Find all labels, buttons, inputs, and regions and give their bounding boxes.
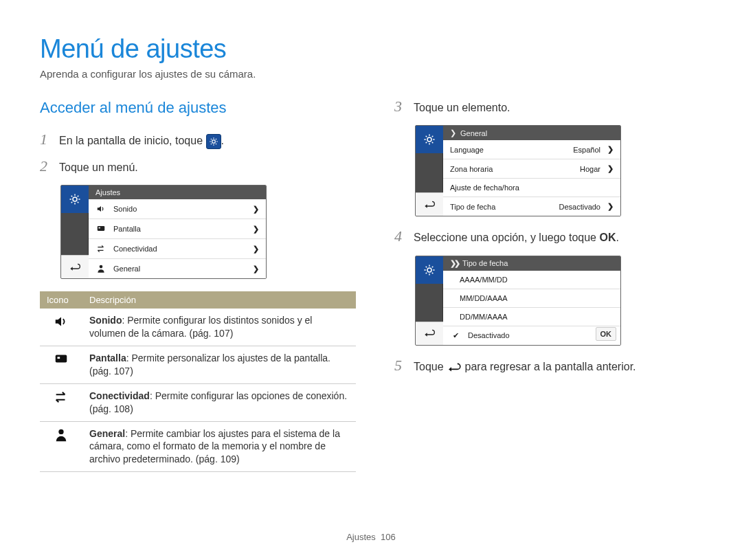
- option-aaaa-mm-dd[interactable]: AAAA/MM/DD: [443, 271, 620, 289]
- step-4: 4 Seleccione una opción, y luego toque O…: [394, 229, 702, 245]
- back-arrow-icon: [447, 360, 462, 375]
- page-subtitle: Aprenda a configurar los ajustes de su c…: [40, 68, 702, 80]
- back-icon[interactable]: [61, 255, 89, 278]
- screen-header: ❯ General: [443, 126, 620, 140]
- setting-item-tipo-de-fecha[interactable]: Tipo de fecha Desactivado ❯: [443, 197, 620, 216]
- back-icon[interactable]: [416, 322, 443, 345]
- menu-item-sonido[interactable]: Sonido ❯: [89, 199, 266, 219]
- setting-value: Desactivado: [559, 203, 600, 211]
- step-3-text: Toque un elemento.: [414, 99, 510, 115]
- step-3: 3 Toque un elemento.: [394, 99, 702, 115]
- menu-item-label: Sonido: [113, 205, 246, 213]
- step-2-text: Toque un menú.: [59, 159, 138, 175]
- footer-section: Ajustes: [346, 532, 376, 542]
- table-row: Pantalla: Permite personalizar los ajust…: [40, 346, 356, 383]
- menu-item-pantalla[interactable]: Pantalla ❯: [89, 219, 266, 239]
- chevron-right-icon: ❯: [450, 128, 456, 137]
- option-label: MM/DD/AAAA: [450, 294, 614, 302]
- setting-label: Zona horaria: [450, 165, 573, 173]
- row-title: General: [89, 428, 125, 439]
- setting-label: Ajuste de fecha/hora: [450, 183, 614, 192]
- page-footer: Ajustes 106: [0, 532, 742, 542]
- gear-icon: [206, 134, 221, 149]
- setting-value: Español: [573, 146, 600, 154]
- table-row: Conectividad: Permite configurar las opc…: [40, 383, 356, 421]
- check-icon: ✔: [450, 331, 461, 340]
- menu-item-label: Pantalla: [113, 225, 246, 233]
- setting-item-ajuste-fecha-hora[interactable]: Ajuste de fecha/hora: [443, 179, 620, 197]
- menu-item-general[interactable]: General ❯: [89, 259, 266, 278]
- person-icon: [40, 421, 82, 472]
- screen-header-label: General: [460, 129, 487, 137]
- speaker-icon: [40, 309, 82, 346]
- double-chevron-right-icon: ❯❯: [450, 259, 458, 268]
- option-label: AAAA/MM/DD: [450, 276, 614, 284]
- ok-button[interactable]: OK: [596, 327, 617, 341]
- icon-description-table: Icono Descripción Sonido: Permite config…: [40, 291, 356, 472]
- chevron-right-icon: ❯: [607, 202, 614, 211]
- speaker-icon: [95, 204, 106, 214]
- ok-icon: OK: [599, 232, 616, 243]
- screen-ajustes: Ajustes Sonido ❯ Pantalla ❯ Conectividad…: [60, 185, 267, 279]
- step-1-text: En la pantalla de inicio, toque: [59, 135, 203, 146]
- setting-value: Hogar: [580, 165, 600, 173]
- row-title: Sonido: [89, 315, 122, 326]
- display-icon: [40, 346, 82, 383]
- step-4-after: .: [616, 232, 618, 243]
- gear-icon[interactable]: [416, 126, 443, 153]
- option-mm-dd-aaaa[interactable]: MM/DD/AAAA: [443, 289, 620, 308]
- menu-item-conectividad[interactable]: Conectividad ❯: [89, 239, 266, 259]
- step-5: 5 Toque para regresar a la pantalla ante…: [394, 358, 702, 375]
- chevron-right-icon: ❯: [607, 145, 614, 154]
- step-1-after: .: [221, 135, 224, 146]
- chevron-right-icon: ❯: [253, 265, 259, 273]
- table-header-descripcion: Descripción: [82, 291, 356, 309]
- footer-page-number: 106: [381, 532, 396, 542]
- gear-icon[interactable]: [61, 186, 89, 213]
- back-icon[interactable]: [416, 192, 443, 216]
- table-header-icono: Icono: [40, 291, 82, 309]
- chevron-right-icon: ❯: [607, 164, 614, 173]
- step-2: 2 Toque un menú.: [40, 159, 356, 175]
- display-icon: [95, 224, 106, 234]
- gear-icon[interactable]: [416, 256, 443, 284]
- table-row: Sonido: Permite configurar los distintos…: [40, 309, 356, 346]
- setting-label: Language: [450, 146, 566, 154]
- option-label: Desactivado: [468, 331, 614, 339]
- setting-item-language[interactable]: Language Español ❯: [443, 140, 620, 159]
- option-dd-mm-aaaa[interactable]: DD/MM/AAAA: [443, 308, 620, 326]
- menu-item-label: Conectividad: [113, 245, 246, 253]
- row-title: Conectividad: [89, 390, 150, 401]
- step-5-after: para regresar a la pantalla anterior.: [465, 361, 636, 372]
- setting-item-zona-horaria[interactable]: Zona horaria Hogar ❯: [443, 159, 620, 179]
- swap-icon: [40, 383, 82, 421]
- person-icon: [95, 264, 106, 273]
- table-row: General: Permite cambiar los ajustes par…: [40, 421, 356, 472]
- screen-header: ❯❯ Tipo de fecha: [443, 256, 620, 271]
- screen-header: Ajustes: [89, 186, 266, 199]
- option-desactivado[interactable]: ✔ Desactivado: [443, 326, 620, 345]
- chevron-right-icon: ❯: [253, 205, 259, 214]
- menu-item-label: General: [113, 265, 246, 273]
- page-title: Menú de ajustes: [40, 34, 702, 64]
- step-4-before: Seleccione una opción, y luego toque: [414, 232, 596, 243]
- step-5-before: Toque: [414, 361, 444, 372]
- swap-icon: [95, 244, 106, 254]
- row-desc: : Permite cambiar los ajustes para el si…: [89, 428, 340, 465]
- option-label: DD/MM/AAAA: [450, 313, 614, 321]
- row-title: Pantalla: [89, 352, 126, 363]
- step-1: 1 En la pantalla de inicio, toque .: [40, 132, 356, 149]
- section-heading: Acceder al menú de ajustes: [40, 99, 356, 117]
- screen-general: ❯ General Language Español ❯ Zona horari…: [415, 125, 621, 216]
- chevron-right-icon: ❯: [253, 245, 259, 254]
- setting-label: Tipo de fecha: [450, 203, 552, 211]
- row-desc: : Permite configurar los distintos sonid…: [89, 315, 312, 339]
- screen-tipo-de-fecha: ❯❯ Tipo de fecha AAAA/MM/DD MM/DD/AAAA D…: [415, 256, 621, 346]
- chevron-right-icon: ❯: [253, 225, 259, 234]
- screen-header-label: Tipo de fecha: [462, 259, 508, 267]
